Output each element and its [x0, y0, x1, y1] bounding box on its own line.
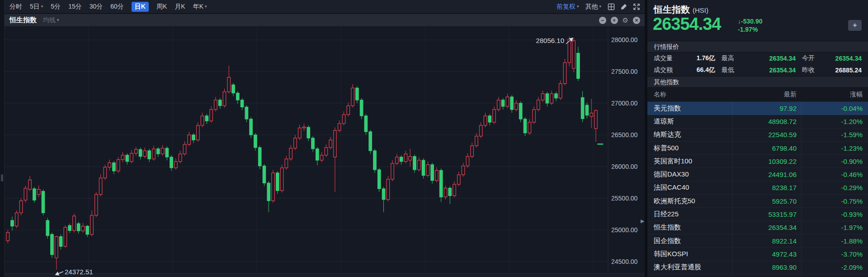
index-row[interactable]: 日经22553315.97-0.93%	[647, 208, 868, 221]
candle	[104, 167, 107, 178]
section-other-indices: 其他指数	[647, 76, 868, 88]
index-row[interactable]: 标普5006798.40-1.23%	[647, 142, 868, 155]
index-row[interactable]: 国企指数8922.14-1.88%	[647, 234, 868, 248]
index-row[interactable]: 道琼斯48908.72-1.20%	[647, 115, 868, 128]
period-tab[interactable]: 年K▾	[193, 3, 207, 11]
period-tab[interactable]: 30分	[90, 3, 103, 11]
index-row-last: 45819.57	[732, 274, 801, 277]
left-panel-handle[interactable]	[1, 174, 3, 181]
candle	[24, 188, 27, 201]
index-row[interactable]: 欧洲斯托克505925.70-0.75%	[647, 195, 868, 208]
candle	[183, 144, 186, 154]
candle	[351, 88, 354, 105]
candle	[64, 227, 67, 246]
candle	[113, 163, 116, 171]
candle	[280, 168, 283, 191]
candle	[541, 94, 544, 100]
index-row[interactable]: 纳斯达克22540.59-1.59%	[647, 129, 868, 142]
quote-value: 26885.24	[835, 67, 862, 74]
col-header-name: 名称	[647, 91, 732, 99]
indices-table: 美元指数97.92-0.04%道琼斯48908.72-1.20%纳斯达克2254…	[647, 102, 868, 277]
candle	[42, 191, 45, 213]
candle	[488, 116, 491, 122]
period-tab[interactable]: 5分	[51, 3, 61, 11]
gear-icon[interactable]: ⚙	[623, 17, 628, 24]
quote-label: 昨收	[802, 66, 815, 74]
candle	[81, 226, 85, 231]
candle	[11, 220, 14, 226]
index-row-last: 48908.72	[732, 115, 801, 128]
other-label: 其他	[585, 3, 598, 11]
fullscreen-icon[interactable]	[633, 3, 640, 10]
candle	[165, 148, 169, 157]
section-quote: 行情报价	[647, 41, 868, 53]
index-row-name: 国企指数	[647, 237, 732, 245]
period-tab[interactable]: 15分	[68, 3, 82, 11]
other-dropdown[interactable]: 其他 ▾	[585, 3, 601, 11]
ma-dropdown[interactable]: 均线 ▾	[43, 16, 59, 24]
period-tab[interactable]: 日K	[132, 2, 149, 12]
candle	[214, 100, 217, 110]
quote-value: 26354.34	[835, 55, 862, 62]
candle	[95, 195, 98, 215]
candle	[250, 119, 253, 135]
index-row-change: -0.04%	[801, 102, 868, 115]
candle	[73, 216, 76, 230]
layout-grid-icon[interactable]	[608, 3, 615, 10]
index-row[interactable]: 富时意大利MIB45819.57-1.75%	[647, 274, 868, 277]
candle	[364, 116, 368, 132]
left-collapse-strip[interactable]	[0, 0, 5, 277]
index-row-last: 22540.59	[732, 129, 801, 141]
candle	[311, 138, 315, 149]
index-row-change: -0.90%	[801, 155, 868, 167]
index-ticker: (HSI)	[693, 6, 708, 14]
candle	[506, 97, 509, 106]
index-row[interactable]: 韩国KOSPI4972.43-3.70%	[647, 248, 868, 261]
index-row-name: 欧洲斯托克50	[647, 197, 732, 205]
candle	[227, 77, 231, 92]
period-tab[interactable]: 5日▾	[30, 3, 43, 11]
candle	[431, 165, 434, 181]
candle	[245, 107, 248, 119]
index-row[interactable]: 澳大利亚普通股8963.90-2.09%	[647, 261, 868, 274]
draw-brush-icon[interactable]	[620, 3, 627, 10]
candle	[546, 94, 549, 103]
candle	[285, 159, 288, 168]
period-tab[interactable]: 月K	[175, 3, 185, 11]
adjust-type-dropdown[interactable]: 前复权 ▾	[557, 3, 579, 11]
quote-header: 恒生指数(HSI) 26354.34 ↓-530.90 -1.97% +	[647, 0, 868, 41]
period-toolbar: 分时5日▾5分15分30分60分日K周K月K年K▾ 前复权 ▾ 其他 ▾	[4, 0, 645, 14]
y-axis-tick: 24500.00	[611, 258, 638, 265]
candle	[320, 155, 323, 160]
quote-label: 最低	[722, 66, 734, 74]
index-row-change: -2.09%	[801, 261, 868, 274]
candle	[475, 136, 478, 146]
candle	[524, 119, 527, 133]
quote-item: 成交额66.4亿	[654, 66, 722, 74]
index-row[interactable]: 英国富时10010309.22-0.90%	[647, 155, 868, 168]
period-tab[interactable]: 60分	[110, 3, 124, 11]
candle	[325, 148, 328, 155]
zoom-out-icon[interactable]: −	[599, 17, 606, 24]
candle	[258, 148, 261, 166]
add-to-watchlist-button[interactable]: +	[848, 20, 862, 31]
quote-value: 26354.34	[769, 67, 796, 74]
candle	[550, 94, 553, 103]
period-tab[interactable]: 分时	[9, 3, 22, 11]
period-tab-label: 周K	[156, 3, 167, 11]
index-row[interactable]: 恒生指数26354.34-1.97%	[647, 221, 868, 234]
quote-item: 最高26354.34	[722, 54, 802, 62]
panel-expand-icon[interactable]: ▶	[641, 218, 644, 224]
close-icon[interactable]: ×	[633, 17, 640, 24]
col-header-last: 最新	[732, 91, 801, 99]
period-tab[interactable]: 周K	[156, 3, 167, 11]
index-row[interactable]: 法国CAC408238.17-0.29%	[647, 181, 868, 195]
candle	[510, 97, 514, 110]
index-row[interactable]: 德国DAX3024491.06-0.46%	[647, 168, 868, 181]
zoom-in-icon[interactable]: +	[611, 17, 618, 24]
down-arrow-icon: ↓	[738, 18, 741, 25]
index-row[interactable]: 美元指数97.92-0.04%	[647, 102, 868, 115]
candle	[435, 170, 439, 180]
index-row-last: 8963.90	[732, 261, 801, 274]
candle	[289, 148, 292, 159]
